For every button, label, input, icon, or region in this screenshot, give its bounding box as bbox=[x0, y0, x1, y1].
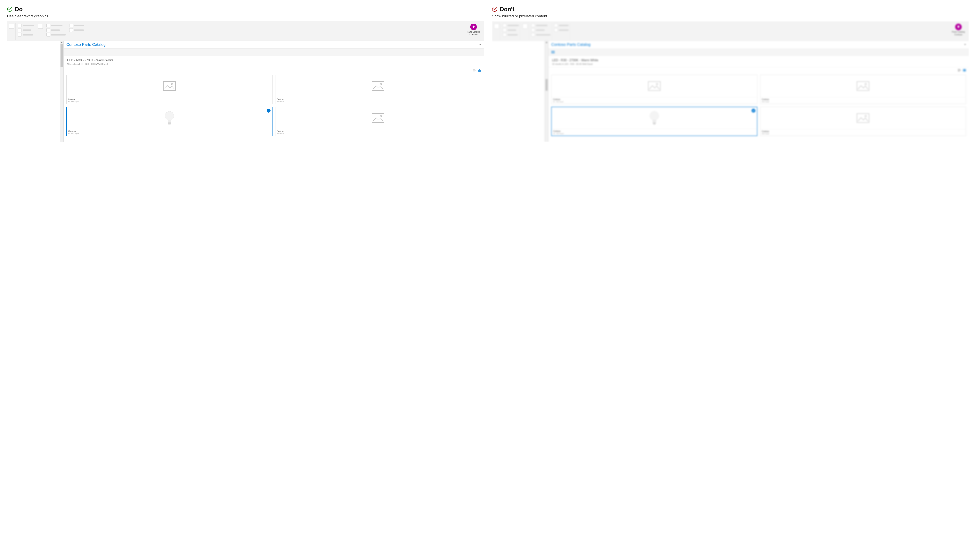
card-brand: Contoso bbox=[277, 98, 480, 100]
card-brand: Contoso bbox=[762, 98, 964, 100]
grid-view-icon[interactable] bbox=[478, 69, 481, 72]
svg-rect-21 bbox=[965, 70, 966, 72]
taskpane-title: Contoso Parts Catalog bbox=[67, 42, 106, 47]
svg-rect-26 bbox=[857, 113, 869, 123]
card-detail: 60 - 65w Equal bbox=[68, 133, 270, 135]
card-detail: 85w Equal bbox=[762, 101, 964, 103]
document-area: Contoso Parts Catalog LED - R30 - 2700K … bbox=[7, 41, 484, 142]
scrollbar[interactable] bbox=[545, 41, 548, 142]
dont-subtext: Show blurred or pixelated content. bbox=[492, 14, 969, 18]
svg-rect-10 bbox=[372, 82, 384, 90]
product-card[interactable]: Contoso85w Equal bbox=[275, 107, 481, 136]
card-detail: 85w Equal bbox=[277, 133, 480, 135]
results-grid-blurred: Contoso60 - 65w EqualContoso85w EqualCon… bbox=[549, 73, 969, 138]
ribbon-addin-button[interactable]: Parts CatalogContoso bbox=[464, 23, 483, 40]
card-detail: 85w Equal bbox=[277, 101, 480, 103]
placeholder-image-icon bbox=[760, 107, 966, 129]
do-column: Do Use clear text & graphics. bbox=[7, 6, 484, 142]
card-detail: 60 - 65w Equal bbox=[553, 133, 756, 135]
svg-point-25 bbox=[865, 83, 866, 85]
svg-point-23 bbox=[656, 83, 658, 85]
taskpane-title-bar: Contoso Parts Catalog bbox=[63, 41, 484, 48]
card-brand: Contoso bbox=[277, 130, 480, 132]
svg-point-13 bbox=[380, 115, 382, 117]
svg-rect-8 bbox=[164, 82, 175, 90]
filter-subtitle: 16 results in LED - R30 - 60-65 Watt Equ… bbox=[67, 63, 480, 65]
ribbon-group bbox=[37, 23, 44, 40]
app-window-blurred: Parts CatalogContoso Contoso Parts Catal… bbox=[492, 21, 969, 142]
filter-panel: LED - R30 - 2700K - Warm White 16 result… bbox=[63, 56, 484, 67]
svg-rect-20 bbox=[963, 70, 964, 72]
svg-rect-22 bbox=[648, 82, 661, 90]
do-subtext: Use clear text & graphics. bbox=[7, 14, 484, 18]
svg-rect-7 bbox=[480, 70, 481, 72]
ribbon: Parts CatalogContoso bbox=[7, 21, 484, 41]
svg-rect-18 bbox=[963, 69, 964, 70]
scrollbar[interactable] bbox=[60, 41, 63, 142]
product-card[interactable]: Contoso60 - 65w Equal bbox=[67, 75, 272, 104]
svg-rect-5 bbox=[480, 69, 481, 70]
taskpane: Contoso Parts Catalog LED - R30 - 2700K … bbox=[63, 41, 484, 142]
hamburger-icon[interactable] bbox=[67, 51, 70, 53]
dont-heading: Don't bbox=[500, 6, 514, 12]
scroll-thumb[interactable] bbox=[60, 44, 63, 67]
view-toggle-bar bbox=[63, 67, 484, 73]
placeholder-image-icon bbox=[67, 75, 272, 97]
scroll-up-icon[interactable] bbox=[61, 42, 63, 43]
placeholder-image-icon bbox=[551, 75, 757, 97]
svg-point-11 bbox=[380, 83, 382, 85]
ribbon-group bbox=[68, 23, 85, 40]
selected-check-icon bbox=[751, 109, 756, 113]
card-detail: 85w Equal bbox=[762, 133, 964, 135]
svg-rect-4 bbox=[478, 69, 479, 70]
ribbon-button-label: Parts CatalogContoso bbox=[467, 31, 480, 36]
dont-header: Don't bbox=[492, 6, 969, 12]
lightbulb-icon bbox=[470, 23, 477, 30]
lightbulb-icon bbox=[955, 23, 962, 30]
taskpane-toolbar bbox=[63, 48, 484, 56]
dont-column: Don't Show blurred or pixelated content. bbox=[492, 6, 969, 142]
document-canvas[interactable] bbox=[7, 41, 60, 142]
bulb-image bbox=[552, 107, 757, 129]
results-grid: Contoso60 - 65w EqualContoso85w EqualCon… bbox=[63, 73, 484, 138]
do-heading: Do bbox=[15, 6, 23, 12]
card-brand: Contoso bbox=[553, 98, 756, 100]
check-circle-icon bbox=[7, 7, 12, 12]
do-screenshot: Parts CatalogContoso Contoso Parts Catal… bbox=[7, 21, 484, 142]
placeholder-image-icon bbox=[275, 75, 481, 97]
do-header: Do bbox=[7, 6, 484, 12]
ribbon-group bbox=[45, 23, 67, 40]
card-detail: 60 - 65w Equal bbox=[553, 101, 756, 103]
svg-rect-24 bbox=[857, 82, 869, 90]
selected-check-icon bbox=[267, 109, 270, 113]
card-brand: Contoso bbox=[68, 98, 271, 100]
svg-rect-19 bbox=[965, 69, 966, 70]
placeholder-image-icon bbox=[760, 75, 966, 97]
chevron-down-icon[interactable] bbox=[479, 44, 481, 45]
product-card[interactable]: Contoso85w Equal bbox=[760, 75, 966, 104]
product-card[interactable]: Contoso85w Equal bbox=[275, 75, 481, 104]
svg-point-9 bbox=[171, 83, 173, 85]
ribbon-group bbox=[8, 23, 16, 40]
card-brand: Contoso bbox=[553, 130, 756, 132]
product-card[interactable]: Contoso85w Equal bbox=[760, 107, 966, 136]
svg-point-27 bbox=[865, 115, 866, 117]
card-brand: Contoso bbox=[762, 130, 964, 132]
svg-rect-12 bbox=[372, 113, 384, 123]
placeholder-image-icon bbox=[275, 107, 481, 129]
dont-screenshot: Parts CatalogContoso Contoso Parts Catal… bbox=[492, 21, 969, 142]
product-card[interactable]: Contoso60 - 65w Equal bbox=[67, 107, 272, 136]
ribbon-group bbox=[17, 23, 35, 40]
svg-point-0 bbox=[7, 7, 12, 12]
filter-title: LED - R30 - 2700K - Warm White bbox=[67, 58, 480, 62]
ribbon: Parts CatalogContoso bbox=[492, 21, 969, 41]
product-card[interactable]: Contoso60 - 65w Equal bbox=[551, 75, 757, 104]
svg-rect-6 bbox=[478, 70, 479, 72]
list-view-icon[interactable] bbox=[473, 69, 476, 72]
bulb-image bbox=[67, 107, 272, 129]
app-window: Parts CatalogContoso Contoso Parts Catal… bbox=[7, 21, 484, 142]
x-circle-icon bbox=[492, 7, 497, 12]
card-brand: Contoso bbox=[68, 130, 270, 132]
product-card[interactable]: Contoso60 - 65w Equal bbox=[551, 107, 757, 136]
card-detail: 60 - 65w Equal bbox=[68, 101, 271, 103]
